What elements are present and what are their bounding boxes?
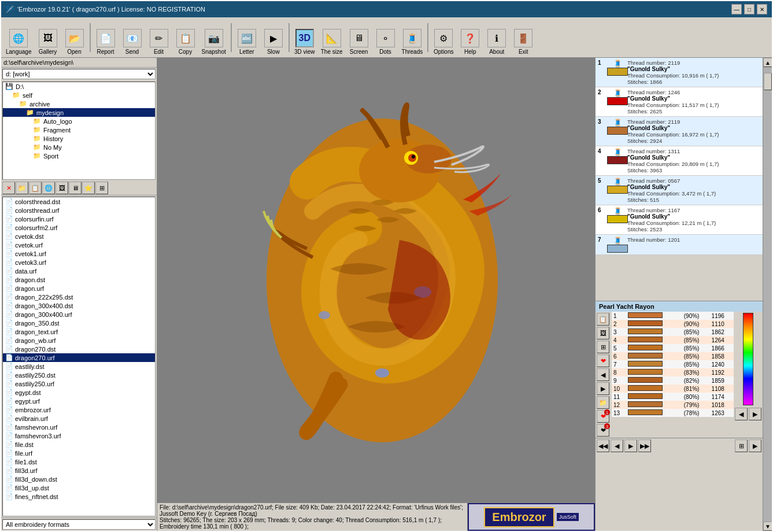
thread-list[interactable]: 1 🧵 Thread number: 2119 "Gunold Sulky" T… (596, 58, 763, 301)
screen-tool[interactable]: 🖥 Screen (346, 28, 372, 56)
file-item[interactable]: 📄colorsthread.dst (3, 197, 155, 206)
drive-selector[interactable]: d: [work] (2, 69, 156, 79)
color-scroll-right[interactable]: ▶ (749, 408, 761, 420)
file-item[interactable]: 📄dragon_text.urf (3, 327, 155, 336)
table-row[interactable]: 12 (79%) 1018 (612, 401, 734, 409)
network-button[interactable]: 🌐 (42, 182, 55, 194)
thesize-tool[interactable]: 📐 The size (319, 28, 345, 56)
threads-tool[interactable]: 🧵 Threads (400, 28, 426, 56)
tree-item-mydesign[interactable]: 📁 mydesign (3, 108, 155, 117)
thread-item-7[interactable]: 7 🧵 Thread number: 1201 (596, 235, 763, 255)
file-item[interactable]: 📄cvetok3.urf (3, 258, 155, 267)
new-folder-button[interactable]: 📁 (16, 182, 28, 194)
file-item[interactable]: 📄fill3d_down.dst (3, 475, 155, 483)
file-item[interactable]: 📄dragon_300x400.dst (3, 301, 155, 310)
letter-tool[interactable]: 🔤 Letter (234, 28, 260, 56)
tree-item-self[interactable]: 📁 self (3, 91, 155, 99)
scroll-track[interactable] (763, 67, 772, 522)
pearl-table-container[interactable]: 1 (90%) 1196 2 (90%) 1110 (612, 312, 734, 427)
tree-item-autologο[interactable]: 📁 Auto_logo (3, 117, 155, 125)
file-item[interactable]: 📄evilbrain.urf (3, 414, 155, 423)
monitor-button[interactable]: 🖥 (69, 182, 82, 194)
options-tool[interactable]: ⚙ Options (431, 28, 456, 56)
file-list[interactable]: 📄colorsthread.dst 📄colorsthread.urf 📄col… (2, 197, 156, 516)
drive-select[interactable]: d: [work] (2, 69, 156, 79)
table-row[interactable]: 8 (83%) 1192 (612, 368, 734, 376)
file-item[interactable]: 📄egypt.dst (3, 388, 155, 397)
file-item[interactable]: 📄fill3d_up.dst (3, 483, 155, 492)
bottom-btn-6[interactable]: ▶ (749, 439, 761, 452)
copy-tool[interactable]: 📋 Copy (173, 28, 198, 56)
table-row[interactable]: 9 (82%) 1859 (612, 376, 734, 385)
thread-item-1[interactable]: 1 🧵 Thread number: 2119 "Gunold Sulky" T… (596, 58, 763, 87)
file-item[interactable]: 📄embrozor.urf (3, 405, 155, 414)
table-row[interactable]: 6 (85%) 1858 (612, 352, 734, 360)
help-tool[interactable]: ❓ Help (457, 28, 483, 56)
color-scroll-left[interactable]: ◀ (735, 408, 748, 420)
thread-item-2[interactable]: 2 🧵 Thread number: 1246 "Gunold Sulky" T… (596, 87, 763, 117)
file-item[interactable]: 📄dragon_300x400.urf (3, 310, 155, 319)
bottom-btn-4[interactable]: ▶▶ (638, 439, 651, 452)
slow-tool[interactable]: ▶ Slow (261, 28, 286, 56)
maximize-button[interactable]: □ (744, 4, 754, 14)
tree-item-fragment[interactable]: 📁 Fragment (3, 125, 155, 134)
file-item[interactable]: 📄dragon_222x295.dst (3, 293, 155, 301)
bottom-btn-3[interactable]: ▶ (624, 439, 637, 452)
file-item[interactable]: 📄file.urf (3, 449, 155, 457)
file-item[interactable]: 📄colorsurfin.urf (3, 215, 155, 223)
open-tool[interactable]: 📂 Open (62, 28, 87, 56)
minimize-button[interactable]: — (731, 4, 742, 14)
right-scrollbar[interactable]: ▲ ▼ (763, 58, 772, 531)
report-tool[interactable]: 📄 Report (93, 28, 119, 56)
file-item[interactable]: 📄cvetok1.urf (3, 249, 155, 258)
file-item[interactable]: 📄fill3d.urf (3, 466, 155, 475)
file-item[interactable]: 📄colorsthread.urf (3, 206, 155, 215)
file-item[interactable]: 📄file.dst (3, 440, 155, 449)
pearl-btn-5[interactable]: ◀ (597, 368, 609, 381)
exit-tool[interactable]: 🚪 Exit (511, 28, 536, 56)
table-row[interactable]: 4 (85%) 1264 (612, 336, 734, 344)
scroll-up-button[interactable]: ▲ (763, 58, 772, 67)
send-tool[interactable]: 📧 Send (120, 28, 145, 56)
thread-item-4[interactable]: 4 🧵 Thread number: 1311 "Gunold Sulky" T… (596, 146, 763, 176)
file-item[interactable]: 📄data.urf (3, 267, 155, 275)
folder-tree[interactable]: 💾 D:\ 📁 self 📁 archive 📁 mydesign 📁 (2, 82, 156, 180)
file-item[interactable]: 📄file1.dst (3, 457, 155, 466)
file-item[interactable]: 📄dragon_wb.urf (3, 336, 155, 345)
file-item[interactable]: 📄cvetok.dst (3, 232, 155, 241)
file-item[interactable]: 📄dragon270.dst (3, 345, 155, 353)
edit-tool[interactable]: ✏ Edit (146, 28, 172, 56)
table-row[interactable]: 13 (78%) 1263 (612, 409, 734, 417)
table-row[interactable]: 2 (90%) 1110 (612, 320, 734, 328)
file-item[interactable]: 📄eastlily250.dst (3, 371, 155, 379)
thread-item-6[interactable]: 6 🧵 Thread number: 1167 "Gunold Sulky" T… (596, 205, 763, 235)
scroll-down-button[interactable]: ▼ (763, 522, 772, 531)
bottom-btn-1[interactable]: ◀◀ (597, 439, 609, 452)
pearl-btn-2[interactable]: 🖼 (597, 327, 609, 339)
close-button[interactable]: ✕ (757, 4, 767, 14)
tree-item-history[interactable]: 📁 History (3, 134, 155, 143)
delete-button[interactable]: ✕ (2, 182, 15, 194)
pearl-btn-8[interactable]: ❤ 1 (597, 410, 609, 423)
star-button[interactable]: ⭐ (82, 182, 95, 194)
table-row[interactable]: 1 (90%) 1196 (612, 312, 734, 320)
scroll-thumb[interactable] (764, 73, 772, 90)
table-row[interactable]: 11 (80%) 1174 (612, 393, 734, 401)
color-gradient-bar[interactable] (743, 313, 753, 405)
file-item[interactable]: 📄dragon.dst (3, 275, 155, 284)
about-tool[interactable]: ℹ About (484, 28, 509, 56)
file-item[interactable]: 📄fines_nftnet.dst (3, 492, 155, 501)
file-item[interactable]: 📄dragon.urf (3, 284, 155, 293)
grid-button[interactable]: ⊞ (95, 182, 108, 194)
snapshot-tool[interactable]: 📷 Snapshot (199, 28, 228, 56)
tree-item-nomy[interactable]: 📁 No My (3, 143, 155, 152)
file-item[interactable]: 📄dragon_350.dst (3, 319, 155, 327)
file-item[interactable]: 📄egypt.urf (3, 397, 155, 405)
table-row[interactable]: 5 (85%) 1866 (612, 344, 734, 352)
pearl-btn-6[interactable]: ▶ (597, 382, 609, 395)
thread-item-5[interactable]: 5 🧵 Thread number: 0567 "Gunold Sulky" T… (596, 176, 763, 205)
pearl-btn-9[interactable]: ❤ 3 (597, 424, 609, 437)
copy-file-button[interactable]: 📋 (29, 182, 42, 194)
pearl-btn-1[interactable]: 📋 (597, 313, 609, 326)
gallery-tool[interactable]: 🖼 Gallery (35, 28, 61, 56)
